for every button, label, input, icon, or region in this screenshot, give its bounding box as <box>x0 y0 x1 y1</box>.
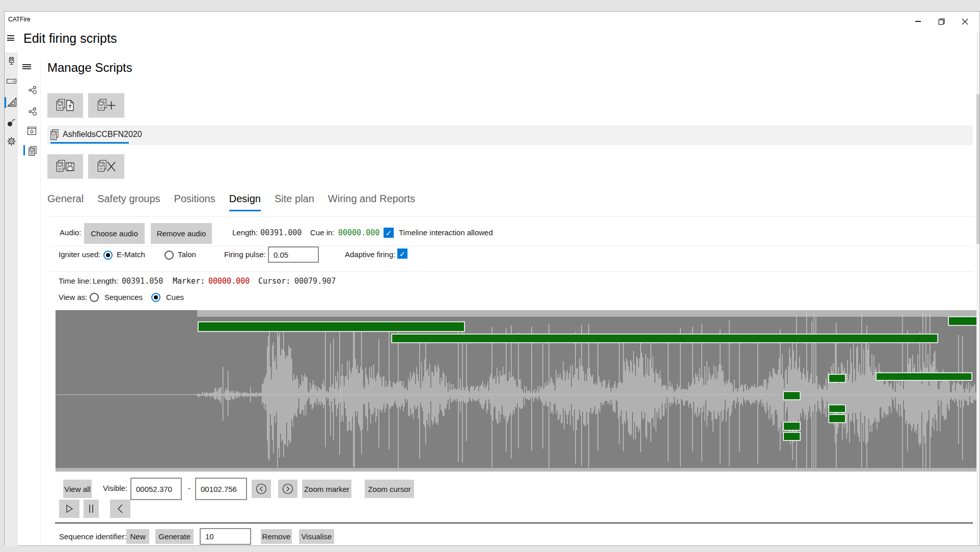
igniter-label: Igniter used: <box>59 250 101 259</box>
tab-wiring-reports[interactable]: Wiring and Reports <box>328 193 415 211</box>
restore-icon <box>938 18 945 25</box>
cue-bar[interactable] <box>828 374 846 383</box>
sequences-radio[interactable] <box>90 293 99 302</box>
new-script-button[interactable] <box>88 93 124 118</box>
inner-rail-selection <box>23 145 25 155</box>
divider <box>51 246 973 246</box>
timeline-length-value: 00391.050 <box>122 277 163 286</box>
back-icon <box>116 504 124 514</box>
divider <box>51 271 973 272</box>
window-settings-icon <box>28 127 36 135</box>
timeline-interaction-label: Timeline interaction allowed <box>399 228 493 237</box>
section-divider <box>55 522 973 523</box>
sidebar-item-share-2[interactable] <box>28 107 37 116</box>
audio-length-value: 00391.000 <box>260 228 302 237</box>
sidebar-item-settings[interactable] <box>7 136 16 146</box>
visible-from-input[interactable] <box>130 478 182 500</box>
minimize-button[interactable] <box>906 12 930 31</box>
tab-positions[interactable]: Positions <box>174 193 215 211</box>
range-dash: - <box>188 484 190 492</box>
script-list-item[interactable]: AshfieldsCCBFN2020 <box>47 125 973 145</box>
sequence-new-button[interactable]: New <box>126 529 149 544</box>
app-menu-icon[interactable] <box>7 35 14 41</box>
tab-safety-groups[interactable]: Safety groups <box>97 193 160 211</box>
sidebar-item-pyro[interactable] <box>7 119 16 127</box>
sequences-label: Sequences <box>104 293 143 301</box>
visible-label: Visible: <box>103 484 127 492</box>
page-title: Edit firing scripts <box>23 31 117 46</box>
back-button[interactable] <box>110 500 130 518</box>
close-button[interactable] <box>953 12 976 31</box>
close-icon <box>962 18 968 25</box>
share-nodes-icon <box>28 107 37 116</box>
tab-general[interactable]: General <box>47 193 84 211</box>
visible-to-input[interactable] <box>195 478 247 500</box>
firing-pulse-label: Firing pulse: <box>224 250 266 259</box>
sequence-generate-button[interactable]: Generate <box>155 529 194 544</box>
sequence-visualise-button[interactable]: Visualise <box>299 529 334 544</box>
outer-rail-selection <box>5 97 6 108</box>
cue-bar[interactable] <box>783 422 801 431</box>
sidebar-item-design[interactable] <box>7 97 17 107</box>
zoom-cursor-button[interactable]: Zoom cursor <box>365 480 414 498</box>
cue-bar[interactable] <box>828 404 846 413</box>
sidebar-item-modules[interactable] <box>7 79 16 84</box>
settings-icon <box>7 136 16 146</box>
section-title: Manage Scripts <box>47 61 132 75</box>
tab-design[interactable]: Design <box>229 193 261 211</box>
nav-divider <box>40 61 41 546</box>
audio-label: Audio: <box>60 228 81 237</box>
firing-module-icon <box>7 79 16 84</box>
timeline-waveform-panel[interactable] <box>56 310 977 472</box>
firing-pulse-input[interactable] <box>268 246 319 263</box>
view-all-button[interactable]: View all <box>63 480 92 498</box>
design-icon <box>7 97 17 107</box>
save-script-icon <box>56 160 74 173</box>
import-script-icon <box>56 99 74 112</box>
cue-bar[interactable] <box>783 391 801 400</box>
remove-audio-button[interactable]: Remove audio <box>151 223 212 244</box>
choose-audio-button[interactable]: Choose audio <box>84 223 145 244</box>
sidebar-item-window-settings[interactable] <box>28 127 36 135</box>
save-script-button[interactable] <box>47 154 83 179</box>
play-button[interactable] <box>59 500 79 518</box>
minimize-icon <box>915 21 921 22</box>
cue-bar[interactable] <box>828 414 846 423</box>
import-script-button[interactable] <box>47 93 83 118</box>
tab-site-plan[interactable]: Site plan <box>275 193 314 211</box>
timeline-interaction-checkbox[interactable] <box>384 228 394 238</box>
ematch-radio[interactable] <box>103 251 113 260</box>
window-title: CATFire <box>8 16 31 23</box>
cue-bar[interactable] <box>391 334 938 343</box>
cue-bar[interactable] <box>783 432 801 441</box>
sidebar-item-share-1[interactable] <box>28 86 37 95</box>
sequence-remove-button[interactable]: Remove <box>261 529 292 544</box>
talon-radio[interactable] <box>165 251 174 260</box>
restore-button[interactable] <box>930 12 953 31</box>
cue-bar[interactable] <box>876 372 972 381</box>
sidebar-item-scripts[interactable] <box>29 146 37 156</box>
talon-label: Talon <box>178 250 196 259</box>
sequence-count-input[interactable] <box>200 528 251 545</box>
manage-menu-icon[interactable] <box>22 64 31 69</box>
adaptive-firing-checkbox[interactable] <box>397 249 407 259</box>
script-icon <box>29 146 37 156</box>
sidebar-item-devices[interactable] <box>7 57 16 66</box>
scroll-right-button[interactable] <box>278 480 297 498</box>
zoom-marker-button[interactable]: Zoom marker <box>302 480 351 498</box>
timeline-label: Time line: <box>59 277 91 285</box>
app-window: CATFire Edit firing scripts <box>4 11 980 546</box>
scroll-left-button[interactable] <box>252 480 271 498</box>
delete-script-button[interactable] <box>88 154 124 179</box>
timeline-length-label: Length: <box>93 277 118 285</box>
cue-bar[interactable] <box>948 316 977 326</box>
cues-radio[interactable] <box>151 293 160 302</box>
cursor-value: 00079.907 <box>294 277 336 286</box>
cue-bar[interactable] <box>198 321 465 332</box>
pause-button[interactable] <box>84 500 99 518</box>
share-nodes-icon <box>28 86 37 95</box>
marker-label: Marker: <box>173 277 205 286</box>
tab-strip: General Safety groups Positions Design S… <box>47 193 415 211</box>
new-script-icon <box>97 99 116 112</box>
page-scrollbar-thumb[interactable] <box>976 94 979 244</box>
